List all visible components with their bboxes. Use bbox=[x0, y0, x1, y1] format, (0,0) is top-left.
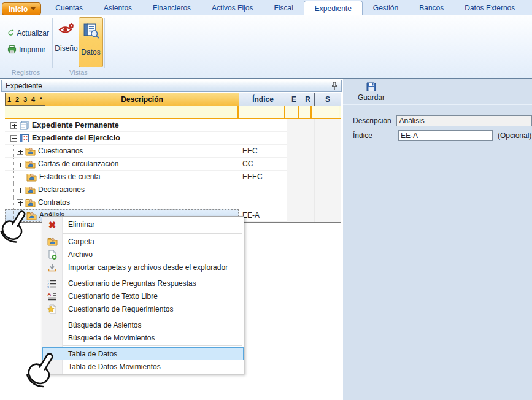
import-icon bbox=[47, 263, 57, 272]
group-separator bbox=[52, 18, 53, 68]
table-row[interactable]: Expediente del Ejercicio bbox=[5, 132, 341, 145]
tab-gestion[interactable]: Gestión bbox=[363, 1, 409, 15]
ribbon-group-vistas: Diseño Datos Vistas bbox=[53, 15, 104, 78]
pin-icon[interactable] bbox=[331, 82, 337, 90]
column-header-e[interactable]: E bbox=[287, 93, 301, 106]
menu-item-archivo[interactable]: Archivo bbox=[42, 248, 244, 261]
table-row[interactable]: Declaraciones bbox=[5, 183, 341, 196]
tab-bancos[interactable]: Bancos bbox=[409, 1, 454, 15]
level-button-all[interactable]: * bbox=[37, 93, 45, 106]
column-header-descripcion[interactable]: Descripción bbox=[45, 93, 239, 106]
tab-asientos[interactable]: Asientos bbox=[93, 1, 142, 15]
group-separator bbox=[104, 18, 105, 68]
table-row[interactable]: Cuestionarios EEC bbox=[5, 145, 341, 158]
numbered-list-icon bbox=[47, 279, 57, 288]
menu-item-eliminar[interactable]: ✖ Eliminar bbox=[42, 217, 244, 232]
menu-item-tabla-de-datos-movimientos[interactable]: Tabla de Datos Movimientos bbox=[42, 360, 244, 373]
filter-indice[interactable] bbox=[239, 106, 285, 118]
menu-item-label: Cuestionario de Requerimientos bbox=[62, 305, 173, 313]
tab-datos-externos[interactable]: Datos Externos bbox=[454, 1, 525, 15]
level-button-3[interactable]: 3 bbox=[21, 93, 29, 106]
expand-toggle[interactable] bbox=[17, 148, 23, 155]
row-indice bbox=[239, 183, 287, 196]
file-add-icon bbox=[47, 250, 57, 260]
expand-toggle[interactable] bbox=[17, 161, 23, 167]
level-button-2[interactable]: 2 bbox=[13, 93, 21, 106]
descripcion-label: Descripción bbox=[353, 117, 396, 125]
column-header-r[interactable]: R bbox=[301, 93, 314, 106]
menu-item-busqueda-movimientos[interactable]: Búsqueda de Movimientos bbox=[42, 331, 244, 344]
ribbon: Actualizar Imprimir Registros Diseño Dat… bbox=[0, 15, 532, 79]
level-button-4[interactable]: 4 bbox=[29, 93, 37, 106]
expand-toggle[interactable] bbox=[17, 199, 23, 206]
group-label-registros: Registros bbox=[0, 69, 52, 76]
data-view-icon bbox=[83, 23, 99, 39]
menu-item-label: Búsqueda de Asientos bbox=[62, 321, 141, 329]
toolbar-drag-handle[interactable] bbox=[346, 82, 348, 101]
tab-fiscal[interactable]: Fiscal bbox=[263, 1, 303, 15]
row-indice: EE-A bbox=[239, 209, 287, 222]
menu-item-cuestionario-texto[interactable]: Cuestionario de Texto Libre bbox=[42, 290, 244, 302]
menu-item-label: Búsqueda de Movimientos bbox=[62, 334, 155, 342]
tab-cuentas[interactable]: Cuentas bbox=[45, 1, 93, 15]
actualizar-button[interactable]: Actualizar bbox=[5, 26, 52, 39]
menu-item-label: Tabla de Datos Movimientos bbox=[62, 363, 161, 371]
ribbon-group-registros: Actualizar Imprimir Registros bbox=[0, 15, 52, 78]
row-flags bbox=[287, 171, 341, 183]
diseno-label: Diseño bbox=[55, 44, 77, 53]
menu-item-cuestionario-preguntas[interactable]: Cuestionario de Preguntas Respuestas bbox=[42, 277, 244, 290]
grid-header: 1 2 3 4 * Descripción Índice E R S bbox=[5, 93, 341, 106]
text-lines-icon bbox=[47, 291, 57, 301]
tab-financieros[interactable]: Financieros bbox=[142, 1, 201, 15]
filter-row[interactable] bbox=[5, 106, 341, 119]
panel-title: Expediente bbox=[6, 82, 331, 90]
row-indice: EEC bbox=[239, 145, 287, 158]
filter-descripcion[interactable] bbox=[5, 106, 239, 118]
diseno-button[interactable]: Diseño bbox=[54, 17, 79, 67]
filter-e[interactable] bbox=[285, 106, 299, 118]
hand-cursor bbox=[22, 348, 60, 395]
menu-item-tabla-de-datos[interactable]: Tabla de Datos bbox=[42, 347, 244, 360]
inicio-app-button[interactable]: Inicio bbox=[2, 2, 41, 15]
guardar-button[interactable]: Guardar bbox=[354, 80, 388, 102]
table-row[interactable]: Cartas de circularización CC bbox=[5, 158, 341, 171]
tab-expediente[interactable]: Expediente bbox=[304, 1, 363, 15]
expand-toggle[interactable] bbox=[17, 187, 23, 193]
row-label: Cartas de circularización bbox=[38, 160, 118, 168]
column-header-s[interactable]: S bbox=[314, 93, 341, 106]
tab-activos-fijos[interactable]: Activos Fijos bbox=[201, 1, 263, 15]
filter-s[interactable] bbox=[312, 106, 339, 118]
menu-item-busqueda-asientos[interactable]: Búsqueda de Asientos bbox=[42, 318, 244, 331]
collapse-toggle[interactable] bbox=[10, 135, 17, 142]
descripcion-field[interactable] bbox=[396, 115, 532, 126]
table-row[interactable]: Estados de cuenta EEEC bbox=[5, 171, 341, 183]
table-row[interactable]: Contratos bbox=[5, 196, 341, 209]
level-button-1[interactable]: 1 bbox=[5, 93, 13, 106]
table-row[interactable]: Expediente Permanente bbox=[5, 119, 341, 132]
detail-panel: Guardar Descripción Índice (Opcional) bbox=[343, 79, 532, 400]
indice-field[interactable] bbox=[398, 130, 493, 141]
panel-title-bar: Expediente bbox=[1, 80, 342, 92]
row-indice bbox=[239, 132, 287, 145]
menu-item-importar[interactable]: Importar carpetas y archivos desde el ex… bbox=[42, 261, 244, 274]
row-indice: CC bbox=[239, 158, 287, 171]
refresh-icon bbox=[7, 28, 14, 37]
menu-item-cuestionario-requerimientos[interactable]: Cuestionario de Requerimientos bbox=[42, 302, 244, 315]
folder-user-icon bbox=[47, 237, 58, 246]
filter-r[interactable] bbox=[299, 106, 312, 118]
group-label-vistas: Vistas bbox=[53, 69, 104, 76]
row-indice: EEEC bbox=[239, 171, 287, 183]
imprimir-button[interactable]: Imprimir bbox=[5, 43, 52, 56]
expand-toggle[interactable] bbox=[10, 122, 17, 129]
menu-item-carpeta[interactable]: Carpeta bbox=[42, 235, 244, 248]
column-header-indice[interactable]: Índice bbox=[239, 93, 287, 106]
folder-user-icon bbox=[25, 160, 36, 169]
menu-item-label: Eliminar bbox=[62, 220, 94, 229]
row-label: Estados de cuenta bbox=[39, 172, 100, 181]
datos-button[interactable]: Datos bbox=[79, 17, 103, 67]
files-icon bbox=[19, 121, 29, 130]
menu-item-label: Cuestionario de Texto Libre bbox=[62, 292, 158, 301]
indice-label: Índice bbox=[353, 131, 398, 140]
row-label: Expediente Permanente bbox=[32, 121, 119, 129]
row-label: Declaraciones bbox=[38, 185, 85, 194]
